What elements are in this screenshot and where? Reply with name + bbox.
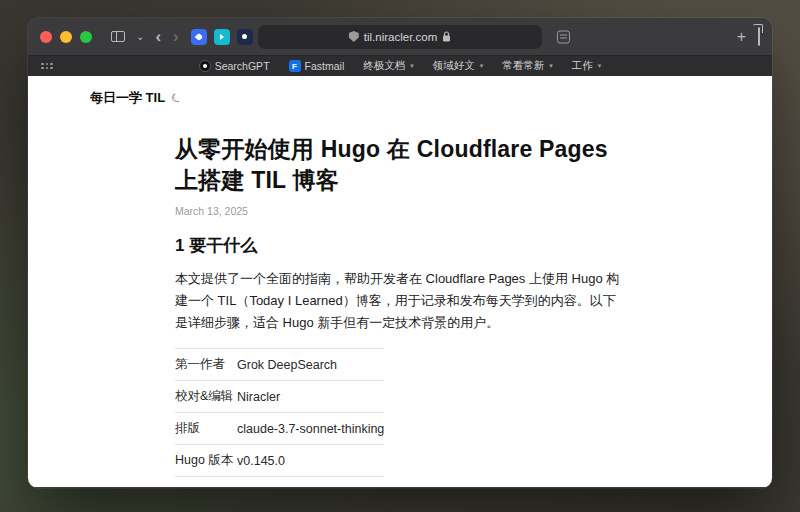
- favorite-label: Fastmail: [305, 60, 345, 72]
- meta-value: Niracler: [237, 381, 384, 413]
- cursor-extension-icon[interactable]: [214, 29, 230, 45]
- toolbar-right: +: [737, 18, 760, 55]
- close-window-button[interactable]: [40, 31, 52, 43]
- caret-down-icon: ▾: [480, 62, 484, 70]
- favorite-searchgpt[interactable]: SearchGPT: [199, 60, 270, 72]
- desktop: { "browser": { "url": "til.niracler.com"…: [0, 0, 800, 512]
- favorite-label: 工作: [572, 59, 593, 73]
- address-bar[interactable]: til.niracler.com: [258, 25, 542, 49]
- tab-group-chevron-icon[interactable]: ⌄: [131, 30, 149, 44]
- page-settings-button[interactable]: [552, 28, 575, 45]
- lock-icon: [442, 31, 451, 42]
- privacy-shield-icon: [349, 31, 359, 42]
- searchgpt-icon: [199, 60, 211, 72]
- caret-down-icon: ▾: [410, 62, 414, 70]
- back-button[interactable]: ‹: [149, 28, 167, 45]
- meta-value: claude-3.7-sonnet-thinking: [237, 413, 384, 445]
- meta-key: 排版: [175, 413, 237, 445]
- caret-down-icon: ▾: [598, 62, 602, 70]
- meta-table: 第一作者 Grok DeepSearch 校对&编辑 Niracler 排版 c…: [175, 348, 384, 477]
- minimize-window-button[interactable]: [60, 31, 72, 43]
- favorite-folder-evergreen[interactable]: 常看常新 ▾: [502, 59, 553, 73]
- article-title: 从零开始使用 Hugo 在 Cloudflare Pages 上搭建 TIL 博…: [175, 134, 625, 196]
- table-row: Hugo 版本 v0.145.0: [175, 445, 384, 477]
- bookmark-extension-icon[interactable]: [191, 29, 207, 45]
- meta-key: Hugo 版本: [175, 445, 237, 477]
- reader-icon: [557, 30, 570, 43]
- meta-value: Grok DeepSearch: [237, 349, 384, 381]
- title-bar: ⌄ ‹ › til.niracler.com +: [28, 18, 772, 55]
- favorite-fastmail[interactable]: F Fastmail: [289, 60, 345, 72]
- favorite-folder-docs[interactable]: 终极文档 ▾: [363, 59, 414, 73]
- favorites-grid-icon[interactable]: [41, 63, 53, 70]
- article: 从零开始使用 Hugo 在 Cloudflare Pages 上搭建 TIL 博…: [175, 76, 625, 488]
- tabs-icon: [758, 27, 760, 46]
- tab-overview-button[interactable]: [758, 28, 760, 46]
- table-row: 第一作者 Grok DeepSearch: [175, 349, 384, 381]
- favorite-folder-articles[interactable]: 领域好文 ▾: [433, 59, 484, 73]
- favorite-label: 终极文档: [363, 59, 405, 73]
- site-title-link[interactable]: 每日一学 TIL: [90, 89, 165, 107]
- fastmail-icon: F: [289, 60, 301, 72]
- table-row: 校对&编辑 Niracler: [175, 381, 384, 413]
- section-heading-1: 1 要干什么: [175, 234, 625, 257]
- browser-window: ⌄ ‹ › til.niracler.com +: [28, 18, 772, 488]
- favorites-bar: SearchGPT F Fastmail 终极文档 ▾ 领域好文 ▾ 常看常新 …: [28, 55, 772, 76]
- meta-value: v0.145.0: [237, 445, 384, 477]
- url-text: til.niracler.com: [364, 31, 438, 43]
- web-page: 每日一学 TIL ☾ 从零开始使用 Hugo 在 Cloudflare Page…: [28, 76, 772, 487]
- traffic-lights: [40, 31, 92, 43]
- favorite-label: 领域好文: [433, 59, 475, 73]
- favorite-folder-work[interactable]: 工作 ▾: [572, 59, 602, 73]
- sidebar-toggle-button[interactable]: [106, 29, 130, 44]
- favorite-label: SearchGPT: [215, 60, 270, 72]
- table-row: 排版 claude-3.7-sonnet-thinking: [175, 413, 384, 445]
- article-paragraph: 本文提供了一个全面的指南，帮助开发者在 Cloudflare Pages 上使用…: [175, 268, 625, 334]
- meta-key: 校对&编辑: [175, 381, 237, 413]
- forward-button[interactable]: ›: [167, 28, 185, 45]
- favorite-label: 常看常新: [502, 59, 544, 73]
- dark-extension-icon[interactable]: [237, 29, 253, 45]
- sidebar-icon: [111, 31, 125, 42]
- zoom-window-button[interactable]: [80, 31, 92, 43]
- meta-key: 第一作者: [175, 349, 237, 381]
- caret-down-icon: ▾: [549, 62, 553, 70]
- article-date: March 13, 2025: [175, 205, 625, 217]
- new-tab-button[interactable]: +: [737, 28, 746, 46]
- site-header: 每日一学 TIL ☾: [90, 89, 182, 107]
